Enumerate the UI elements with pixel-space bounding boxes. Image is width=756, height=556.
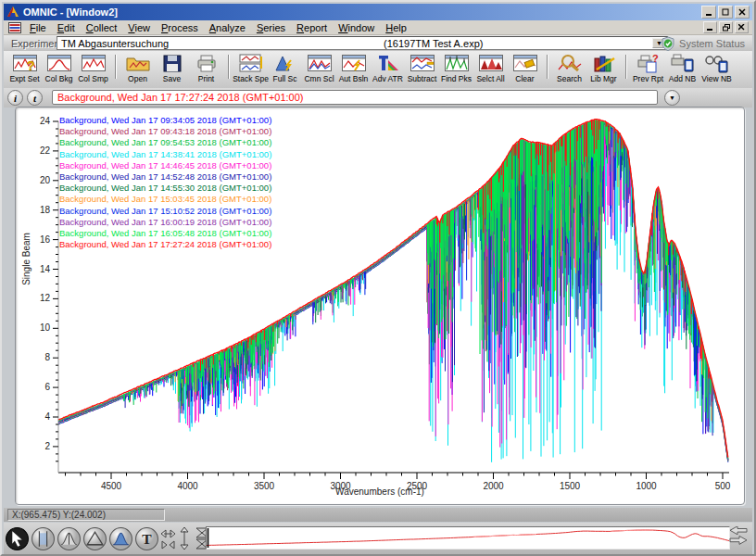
selected-spectrum-title: Background, Wed Jan 17 17:27:24 2018 (GM… <box>57 92 304 103</box>
region-tool[interactable] <box>31 526 56 551</box>
menu-edit[interactable]: Edit <box>52 21 81 34</box>
legend-entry[interactable]: Background, Wed Jan 17 16:00:19 2018 (GM… <box>59 217 271 228</box>
menu-view[interactable]: View <box>122 21 156 34</box>
selected-spectrum-field[interactable]: Background, Wed Jan 17 17:27:24 2018 (GM… <box>52 90 658 105</box>
menu-process[interactable]: Process <box>156 21 204 34</box>
toolbar-button-label: Search <box>557 74 582 83</box>
svg-text:18: 18 <box>40 205 51 215</box>
child-close-button[interactable] <box>735 21 749 33</box>
legend-entry[interactable]: Background, Wed Jan 17 14:46:45 2018 (GM… <box>59 160 271 171</box>
spectrum-pager-arrows[interactable] <box>728 526 749 550</box>
legend-entry[interactable]: Background, Wed Jan 17 16:05:48 2018 (GM… <box>59 228 271 239</box>
toolbar-button-label: Col Smp <box>78 74 108 83</box>
menu-bar: FileEditCollectViewProcessAnalyzeSeriesR… <box>4 20 752 35</box>
maximize-button[interactable] <box>718 6 733 19</box>
toolbar-button-label: Save <box>163 74 181 83</box>
spectrum-dropdown-button[interactable]: ▼ <box>664 90 680 106</box>
menu-collect[interactable]: Collect <box>81 21 123 34</box>
menu-bar-items: FileEditCollectViewProcessAnalyzeSeriesR… <box>24 21 412 34</box>
open-button[interactable]: Open <box>120 53 155 83</box>
legend-entry[interactable]: Background, Wed Jan 17 09:54:53 2018 (GM… <box>59 137 271 148</box>
cmn-scl-button[interactable]: Cmn Scl <box>302 53 336 83</box>
spectra-legend: Background, Wed Jan 17 09:34:05 2018 (GM… <box>59 115 271 250</box>
clear-icon <box>512 53 538 73</box>
child-restore-button[interactable] <box>719 21 733 33</box>
experiment-value: TM Abgasuntersuchung <box>61 38 169 49</box>
peak-area-outline-tool[interactable] <box>82 526 107 551</box>
legend-entry[interactable]: Background, Wed Jan 17 14:52:48 2018 (GM… <box>59 171 271 183</box>
add-nb-button[interactable]: Add NB <box>665 53 699 83</box>
svg-text:2: 2 <box>44 441 50 451</box>
expt-set-button[interactable]: ?Expt Set <box>7 53 42 83</box>
svg-text:10: 10 <box>40 322 51 333</box>
mdi-child-icon[interactable] <box>8 22 21 33</box>
cursor-coordinates: X:(965.475) Y:(24.002) <box>7 509 165 521</box>
clear-button[interactable]: Clear <box>508 53 542 83</box>
x-axis-title: Wavenumbers (cm-1) <box>16 486 744 497</box>
stack-spectra-icon <box>238 53 264 73</box>
lib-mgr-button[interactable]: Lib Mgr <box>586 53 621 83</box>
experiment-bar: Experiment: TM Abgasuntersuchung (16197T… <box>4 35 752 51</box>
spectrum-display-pane[interactable]: 2422201816141210864245004000350030002500… <box>15 107 745 505</box>
col-smp-button[interactable]: Col Smp <box>76 53 110 83</box>
svg-text:?: ? <box>27 58 35 73</box>
legend-entry[interactable]: Background, Wed Jan 17 09:34:05 2018 (GM… <box>59 115 271 126</box>
legend-entry[interactable]: Background, Wed Jan 17 14:55:30 2018 (GM… <box>59 183 271 194</box>
legend-entry[interactable]: Background, Wed Jan 17 15:03:45 2018 (GM… <box>59 194 271 205</box>
spectrum-info-icon: i <box>14 93 17 104</box>
subtract-button[interactable]: Subtract <box>405 53 439 83</box>
adv-atr-button[interactable]: Adv ATR <box>371 53 405 83</box>
spectrum-info-button[interactable]: i <box>7 90 23 106</box>
minimize-button[interactable] <box>701 6 716 19</box>
window-title: OMNIC - [Window2] <box>23 6 701 18</box>
toolbar-button-label: Find Pks <box>441 74 472 83</box>
menu-file[interactable]: File <box>24 21 52 34</box>
svg-text:8: 8 <box>44 352 50 362</box>
menu-window[interactable]: Window <box>333 21 380 34</box>
tool-palette-bar: T <box>4 523 752 554</box>
menu-report[interactable]: Report <box>291 21 333 34</box>
spectrum-overview-strip[interactable] <box>206 526 730 550</box>
peak-height-tool[interactable] <box>57 526 82 551</box>
stack-spe-button[interactable]: Stack Spe <box>233 53 268 83</box>
toolbar-button-label: Aut Bsln <box>339 74 369 83</box>
close-button[interactable] <box>735 6 750 19</box>
system-status[interactable]: System Status <box>661 36 745 51</box>
experiment-combo[interactable]: TM Abgasuntersuchung (16197TM Test A.exp… <box>57 36 668 50</box>
expand-x-tool[interactable] <box>160 526 176 550</box>
child-minimize-button[interactable] <box>703 21 717 33</box>
legend-entry[interactable]: Background, Wed Jan 17 17:27:24 2018 (GM… <box>59 239 271 250</box>
menu-analyze[interactable]: Analyze <box>204 21 251 34</box>
peak-area-tool[interactable] <box>108 526 133 551</box>
spectrum-annotate-icon: t <box>33 93 36 104</box>
print-button[interactable]: Print <box>189 53 223 83</box>
open-icon <box>125 53 151 73</box>
legend-entry[interactable]: Background, Wed Jan 17 14:38:41 2018 (GM… <box>59 149 271 160</box>
legend-entry[interactable]: Background, Wed Jan 17 15:10:52 2018 (GM… <box>59 206 271 217</box>
svg-text:20: 20 <box>40 175 51 185</box>
menu-help[interactable]: Help <box>380 21 412 34</box>
search-button[interactable]: Search <box>552 53 586 83</box>
text-annotation-tool[interactable]: T <box>134 526 159 551</box>
selct-all-button[interactable]: Selct All <box>473 53 508 83</box>
full-sc-button[interactable]: Full Sc <box>268 53 302 83</box>
view-nb-button[interactable]: View NB <box>699 53 734 83</box>
search-icon <box>557 53 583 73</box>
toolbar-separator <box>542 53 552 82</box>
toolbar-button-label: Clear <box>515 74 534 83</box>
save-button[interactable]: Save <box>155 53 189 83</box>
menu-series[interactable]: Series <box>251 21 291 34</box>
col-bkg-button[interactable]: Col Bkg <box>42 53 76 83</box>
expand-y-tool[interactable] <box>177 526 193 550</box>
library-manager-icon <box>591 53 617 73</box>
legend-entry[interactable]: Background, Wed Jan 17 09:43:18 2018 (GM… <box>59 126 271 137</box>
aut-bsln-button[interactable]: Aut Bsln <box>336 53 371 83</box>
toolbar-separator <box>621 53 631 82</box>
svg-text:6: 6 <box>44 382 50 392</box>
select-tool[interactable] <box>5 526 30 551</box>
find-pks-button[interactable]: Find Pks <box>439 53 473 83</box>
svg-text:T: T <box>142 531 152 547</box>
view-notebook-icon <box>704 53 730 73</box>
prev-rpt-button[interactable]: ?Prev Rpt <box>631 53 665 83</box>
spectrum-annotate-button[interactable]: t <box>27 90 43 106</box>
